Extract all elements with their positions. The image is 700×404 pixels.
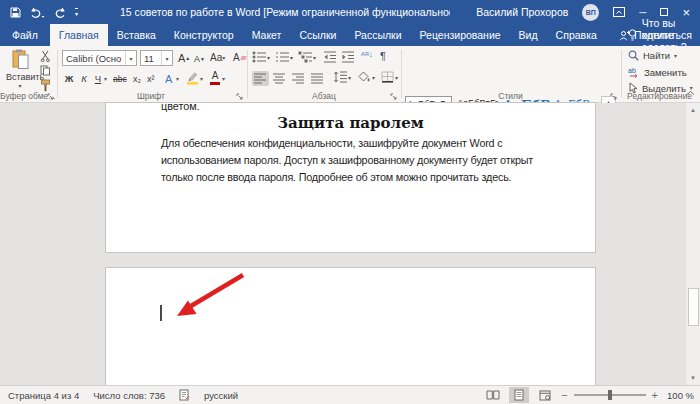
paste-button[interactable]: Вставить ▾ (6, 49, 34, 89)
web-layout-button[interactable] (535, 387, 555, 403)
zoom-out-button[interactable]: − (561, 389, 567, 401)
tab-insert[interactable]: Вставка (108, 24, 165, 46)
tab-references[interactable]: Ссылки (290, 24, 345, 46)
replace-label: Заменить (644, 67, 687, 78)
avatar[interactable]: ВП (582, 4, 599, 21)
borders-icon[interactable] (381, 71, 394, 83)
chevron-down-icon: ▾ (125, 51, 136, 65)
minimize-button[interactable]: ─ (639, 7, 646, 18)
bullets-icon[interactable] (252, 51, 267, 63)
find-button[interactable]: Найти ▾ (628, 50, 677, 61)
document-heading[interactable]: Защита паролем (106, 114, 595, 132)
document-paragraph[interactable]: Для обеспечения конфиденциальности, заши… (161, 135, 565, 186)
zoom-level[interactable]: 100 % (664, 390, 694, 401)
paste-label: Вставить (6, 72, 34, 82)
collapse-ribbon-icon[interactable] (686, 90, 695, 96)
find-label: Найти (643, 50, 670, 61)
paragraph-dialog-launcher-icon[interactable] (390, 93, 397, 100)
font-dialog-launcher-icon[interactable] (236, 93, 243, 100)
numbering-icon[interactable] (275, 51, 290, 63)
tab-file[interactable]: Файл (0, 24, 50, 46)
align-left-button[interactable] (252, 71, 269, 86)
change-case-button[interactable]: Аа▾ (210, 50, 225, 65)
share-button[interactable]: Поделиться (619, 24, 692, 46)
zoom-in-button[interactable]: + (652, 389, 658, 401)
redo-button[interactable] (54, 7, 66, 18)
user-name[interactable]: Василий Прохоров (476, 6, 568, 18)
sort-icon[interactable]: АЯ ↓ (361, 50, 373, 59)
tab-home[interactable]: Главная (50, 24, 108, 46)
maximize-button[interactable] (660, 8, 668, 16)
highlight-color-button[interactable] (186, 70, 199, 85)
zoom-slider-thumb[interactable] (608, 390, 612, 400)
paste-clipboard-icon (12, 49, 29, 69)
print-layout-button[interactable] (509, 387, 529, 403)
font-name-combobox[interactable]: Calibri (Осно ▾ (62, 50, 137, 66)
bold-button[interactable]: Ж (63, 71, 75, 86)
font-size-value: 11 (141, 53, 161, 64)
highlighter-icon (186, 70, 199, 85)
clipboard-dialog-launcher-icon[interactable] (47, 93, 54, 100)
shrink-font-button[interactable]: А▼ (194, 51, 205, 66)
word-count[interactable]: Число слов: 736 (93, 390, 165, 401)
undo-button[interactable] (30, 7, 45, 18)
align-right-button[interactable] (290, 71, 307, 86)
clipboard-group-label: Буфер обме... (0, 91, 52, 101)
italic-button[interactable]: К (78, 71, 90, 86)
title-bar: ▾ 15 советов по работе в Word [Режим огр… (0, 0, 700, 24)
grow-font-letter: А (178, 52, 185, 64)
pilcrow-icon[interactable]: ¶ (380, 50, 386, 62)
shading-icon[interactable] (358, 71, 371, 83)
tab-help[interactable]: Справка (547, 24, 606, 46)
save-icon[interactable] (10, 7, 21, 18)
share-person-icon (619, 30, 630, 41)
font-color-button[interactable]: А (210, 70, 220, 85)
zoom-slider[interactable] (574, 394, 646, 396)
ribbon-display-options-icon[interactable] (613, 7, 625, 17)
read-mode-button[interactable] (483, 387, 503, 403)
chevron-down-icon: ▾ (161, 51, 172, 65)
font-group-label: Шрифт (58, 91, 244, 101)
clear-formatting-button[interactable]: А (233, 50, 246, 65)
decrease-indent-icon[interactable] (323, 51, 337, 63)
scroll-up-icon[interactable]: ▲ (686, 103, 700, 117)
search-icon (628, 50, 639, 61)
tab-review[interactable]: Рецензирование (411, 24, 510, 46)
subscript-button[interactable]: х₂ (133, 71, 141, 86)
scrollbar-thumb[interactable] (688, 288, 699, 326)
page-indicator[interactable]: Страница 4 из 4 (8, 390, 79, 401)
styles-dialog-launcher-icon[interactable] (610, 93, 617, 100)
superscript-button[interactable]: х² (147, 71, 155, 86)
paragraph-fragment[interactable]: цветом. (161, 102, 200, 112)
cut-icon[interactable] (40, 50, 51, 62)
customize-qat-button[interactable]: ▾ (75, 8, 78, 17)
tab-design[interactable]: Конструктор (165, 24, 243, 46)
font-size-combobox[interactable]: 11 ▾ (140, 50, 173, 66)
font-color-letter: А (212, 71, 219, 81)
align-center-button[interactable] (271, 71, 288, 86)
document-page-2[interactable] (105, 267, 596, 386)
underline-options-caret-icon[interactable]: ▾ (104, 76, 107, 82)
proofing-book-icon[interactable] (179, 389, 190, 401)
tab-layout[interactable]: Макет (243, 24, 291, 46)
increase-indent-icon[interactable] (341, 51, 355, 63)
scroll-down-icon[interactable]: ▼ (686, 371, 700, 385)
underline-button[interactable]: Ч (92, 71, 104, 86)
multilevel-list-icon[interactable] (298, 51, 313, 63)
language-indicator[interactable]: русский (204, 390, 238, 401)
replace-button[interactable]: ab Заменить (628, 66, 687, 78)
replace-icon: ab (628, 66, 640, 78)
text-effects-button[interactable]: А (165, 71, 172, 86)
copy-icon[interactable] (40, 65, 51, 76)
vertical-scrollbar[interactable]: ▲ ▼ (685, 103, 700, 385)
grow-font-button[interactable]: А▲ (178, 50, 190, 65)
tab-view[interactable]: Вид (510, 24, 547, 46)
strikethrough-button[interactable]: abc (113, 71, 127, 86)
document-page-1[interactable]: цветом. Защита паролем Для обеспечения к… (105, 102, 596, 253)
text-cursor (160, 305, 162, 321)
justify-button[interactable] (309, 71, 326, 86)
ribbon: Вставить ▾ Буфер обме... Calibri (Осно ▾… (0, 46, 700, 103)
line-spacing-icon[interactable] (333, 71, 347, 83)
tab-mailings[interactable]: Рассылки (345, 24, 410, 46)
styles-group-label: Стили (402, 91, 619, 101)
